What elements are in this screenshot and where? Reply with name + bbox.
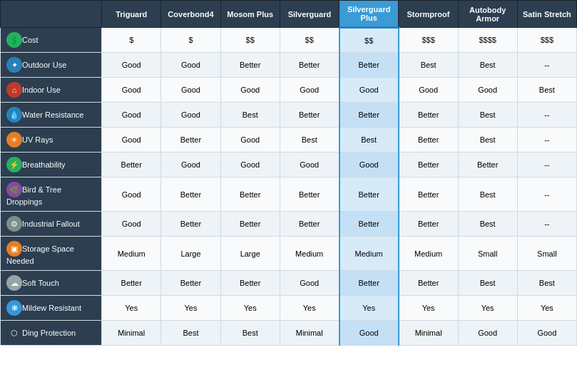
cell-1-1: Good — [161, 53, 220, 78]
cell-5-4: Good — [339, 153, 399, 177]
feature-icon-6: 🌿 — [6, 182, 22, 197]
cell-4-0: Good — [102, 128, 161, 153]
cell-5-2: Good — [220, 153, 280, 177]
cell-2-6: Good — [458, 78, 517, 103]
cell-10-6: Yes — [458, 296, 517, 321]
cell-4-3: Best — [280, 128, 339, 153]
cell-10-0: Yes — [102, 296, 161, 321]
feature-label-11: Ding Protection — [22, 329, 76, 337]
cell-2-1: Good — [161, 78, 220, 103]
cell-9-0: Better — [102, 271, 161, 296]
cell-1-2: Better — [220, 53, 280, 78]
feature-label-0: Cost — [22, 36, 39, 44]
feature-label-9: Soft Touch — [22, 279, 59, 287]
table-row: ⚡BreathabilityBetterGoodGoodGoodGoodBett… — [1, 153, 577, 177]
comparison-table: TriguardCoverbond4Mosom PlusSilverguardS… — [0, 0, 577, 346]
cell-5-7: -- — [517, 153, 576, 177]
cell-9-1: Better — [161, 271, 220, 296]
cell-9-3: Good — [280, 271, 339, 296]
cell-9-4: Better — [339, 271, 399, 296]
cell-5-3: Good — [280, 153, 339, 177]
col-header-satinstretch: Satin Stretch — [517, 1, 576, 28]
cell-11-1: Best — [161, 321, 220, 346]
table-row: ⚙Industrial FalloutGoodBetterBetterBette… — [1, 212, 577, 237]
cell-0-7: $$$ — [517, 28, 576, 53]
cell-8-3: Medium — [280, 237, 339, 271]
cell-3-0: Good — [102, 103, 161, 128]
feature-icon-1: ✦ — [6, 57, 22, 73]
table-row: ✦Outdoor UseGoodGoodBetterBetterBetterBe… — [1, 53, 577, 78]
feature-cell-9: ☁Soft Touch — [1, 271, 102, 296]
table-row: ▣Storage Space NeededMediumLargeLargeMed… — [1, 237, 577, 271]
cell-7-2: Better — [220, 212, 280, 237]
cell-10-3: Yes — [280, 296, 339, 321]
cell-7-3: Better — [280, 212, 339, 237]
cell-2-3: Good — [280, 78, 339, 103]
cell-9-5: Better — [399, 271, 458, 296]
cell-6-5: Better — [399, 177, 458, 212]
feature-label-2: Indoor Use — [22, 86, 61, 94]
cell-10-2: Yes — [220, 296, 280, 321]
col-header-silverguard: Silverguard — [280, 1, 339, 28]
cell-6-2: Better — [220, 177, 280, 212]
cell-7-7: -- — [517, 212, 576, 237]
cell-4-4: Best — [339, 128, 399, 153]
cell-11-3: Minimal — [280, 321, 339, 346]
col-header-silverguardplus: Silverguard Plus — [339, 1, 399, 28]
feature-cell-4: ☀UV Rays — [1, 128, 102, 153]
cell-7-1: Better — [161, 212, 220, 237]
cell-6-3: Better — [280, 177, 339, 212]
cell-1-4: Better — [339, 53, 399, 78]
cell-7-6: Best — [458, 212, 517, 237]
cell-9-2: Better — [220, 271, 280, 296]
cell-2-5: Good — [399, 78, 458, 103]
feature-icon-0: 💲 — [6, 32, 22, 48]
cell-11-4: Good — [339, 321, 399, 346]
cell-4-6: Best — [458, 128, 517, 153]
cell-7-4: Better — [339, 212, 399, 237]
cell-1-7: -- — [517, 53, 576, 78]
cell-6-1: Better — [161, 177, 220, 212]
cell-10-7: Yes — [517, 296, 576, 321]
feature-col-header — [1, 1, 102, 28]
cell-4-5: Better — [399, 128, 458, 153]
table-row: ⬡Ding ProtectionMinimalBestBestMinimalGo… — [1, 321, 577, 346]
cell-1-5: Best — [399, 53, 458, 78]
cell-5-5: Better — [399, 153, 458, 177]
cell-0-4: $$ — [339, 28, 399, 53]
cell-6-6: Best — [458, 177, 517, 212]
feature-cell-5: ⚡Breathability — [1, 153, 102, 177]
cell-0-0: $ — [102, 28, 161, 53]
cell-8-6: Small — [458, 237, 517, 271]
cell-10-5: Yes — [399, 296, 458, 321]
cell-8-0: Medium — [102, 237, 161, 271]
feature-cell-2: ⌂Indoor Use — [1, 78, 102, 103]
cell-1-3: Better — [280, 53, 339, 78]
cell-2-4: Good — [339, 78, 399, 103]
feature-label-7: Industrial Fallout — [22, 220, 80, 228]
cell-11-7: Good — [517, 321, 576, 346]
feature-label-5: Breathability — [22, 160, 66, 169]
col-header-stormproof: Stormproof — [399, 1, 458, 28]
cell-4-2: Good — [220, 128, 280, 153]
table-row: ❋Mildew ResistantYesYesYesYesYesYesYesYe… — [1, 296, 577, 321]
cell-5-6: Better — [458, 153, 517, 177]
feature-cell-0: 💲Cost — [1, 28, 102, 53]
feature-icon-7: ⚙ — [6, 216, 22, 232]
feature-cell-11: ⬡Ding Protection — [1, 321, 102, 346]
cell-4-7: -- — [517, 128, 576, 153]
cell-0-6: $$$$ — [458, 28, 517, 53]
cell-5-0: Better — [102, 153, 161, 177]
cell-0-3: $$ — [280, 28, 339, 53]
feature-cell-1: ✦Outdoor Use — [1, 53, 102, 78]
cell-7-5: Better — [399, 212, 458, 237]
cell-8-4: Medium — [339, 237, 399, 271]
cell-6-0: Good — [102, 177, 161, 212]
feature-icon-11: ⬡ — [6, 325, 22, 341]
table-row: ☀UV RaysGoodBetterGoodBestBestBetterBest… — [1, 128, 577, 153]
cell-8-7: Small — [517, 237, 576, 271]
cell-0-1: $ — [161, 28, 220, 53]
feature-icon-2: ⌂ — [6, 82, 22, 98]
feature-icon-10: ❋ — [6, 300, 22, 316]
cell-3-2: Best — [220, 103, 280, 128]
